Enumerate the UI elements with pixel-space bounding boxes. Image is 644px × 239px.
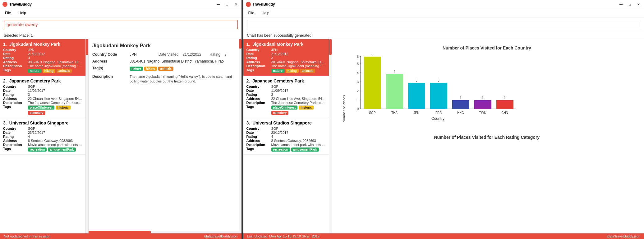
right-tags-2: placeOfInterest historic cemetery	[271, 105, 326, 115]
left-menu-help[interactable]: Help	[17, 10, 27, 16]
right-label-desc-2: Description	[246, 101, 271, 105]
svg-text:6: 6	[357, 55, 359, 59]
right-label-rating-1: Rating	[246, 56, 271, 60]
left-value-address-3: 8 Sentosa Gateway, 0982693	[28, 139, 82, 143]
right-window: TravelBuddy — □ ✕ File Help Chart has be…	[243, 0, 644, 239]
left-place-number-3: 3.	[3, 120, 7, 125]
right-tag-hiking-1: hiking	[286, 69, 298, 73]
left-tag-recreation-3: recreation	[28, 148, 47, 152]
bar-sgp	[364, 57, 381, 109]
right-label-rating-3: Rating	[246, 135, 271, 138]
right-value-desc-3: Movie amusement park with sets & ri...	[271, 143, 326, 147]
left-detail-desc-label: Description	[92, 74, 130, 79]
right-window-controls: — □ ✕	[618, 2, 642, 7]
left-place-item-3[interactable]: 3. Universal Studios Singapore CountrySG…	[0, 118, 85, 155]
right-search-input[interactable]	[247, 20, 641, 29]
left-tag-cemetery-2: cemetery	[28, 111, 45, 115]
bar-fra	[430, 83, 447, 109]
svg-text:4: 4	[357, 71, 359, 75]
left-tags-1: nature hiking animals	[28, 69, 82, 73]
left-detail-panel: Jigokudani Monkey Park Country Code JPN …	[89, 39, 242, 233]
right-place-item-2[interactable]: 2. Japanese Cemetery Park CountrySGP Dat…	[243, 76, 329, 118]
left-list-scrollbar[interactable]	[86, 39, 88, 233]
left-place-item-2[interactable]: 2. Japanese Cemetery Park CountrySGP Dat…	[0, 76, 85, 118]
left-value-address-1: 381-0401 Nagano, Shimotakai District,...	[28, 60, 82, 64]
left-search-input[interactable]	[4, 20, 238, 29]
right-label-rating-2: Rating	[246, 93, 271, 96]
left-label-date-3: Date	[3, 131, 28, 134]
left-label-country-1: Country	[3, 48, 28, 52]
left-label-address-1: Address	[3, 60, 28, 64]
left-place-item-1[interactable]: 1. Jigokudani Monkey Park CountryJPN Dat…	[0, 39, 85, 76]
svg-text:3: 3	[357, 80, 359, 84]
svg-text:JPN: JPN	[413, 111, 419, 115]
right-place-number-1: 1.	[246, 42, 250, 47]
left-value-country-1: JPN	[28, 48, 82, 52]
right-place-item-3[interactable]: 3. Universal Studios Singapore CountrySG…	[243, 118, 329, 155]
left-place-name-1: Jigokudani Monkey Park	[9, 42, 60, 47]
left-places-list: 1. Jigokudani Monkey Park CountryJPN Dat…	[0, 39, 86, 233]
left-label-date-2: Date	[3, 89, 28, 92]
right-place-name-2: Japanese Cemetery Park	[252, 78, 304, 83]
right-tag-historic-2: historic	[299, 105, 314, 110]
left-close-button[interactable]: ✕	[233, 2, 239, 7]
right-value-address-1: 381-0401 Nagano, Shimotakai District,...	[271, 60, 326, 64]
left-label-tags-3: Tags	[3, 147, 28, 152]
left-minimize-button[interactable]: —	[215, 2, 222, 7]
svg-text:THA: THA	[391, 111, 398, 115]
left-detail-title: Jigokudani Monkey Park	[92, 43, 238, 49]
left-tags-3: recreation amusementPark	[28, 148, 82, 152]
right-place-item-1[interactable]: 1. Jigokudani Monkey Park CountryJPN Dat…	[243, 39, 329, 76]
svg-text:1: 1	[504, 96, 506, 100]
left-detail-address-label: Address	[92, 59, 130, 63]
svg-text:TWN: TWN	[479, 111, 486, 115]
right-maximize-button[interactable]: □	[627, 2, 633, 7]
right-tags-3: recreation amusementPark	[271, 148, 326, 152]
right-menu-help[interactable]: Help	[260, 10, 271, 16]
left-detail-vscrollbar[interactable]	[239, 39, 242, 233]
left-label-date-1: Date	[3, 52, 28, 56]
right-value-date-3: 23/12/2017	[271, 131, 326, 134]
right-label-address-2: Address	[246, 97, 271, 101]
left-label-address-3: Address	[3, 139, 28, 143]
right-minimize-button[interactable]: —	[618, 2, 624, 7]
left-detail-address: Address 381-0401 Nagano, Shimotakai Dist…	[92, 59, 238, 63]
left-tag-animals-1: animals	[57, 69, 72, 73]
svg-text:1: 1	[482, 96, 484, 100]
svg-text:5: 5	[357, 62, 359, 66]
left-maximize-button[interactable]: □	[224, 2, 230, 7]
right-label-address-1: Address	[246, 60, 271, 64]
right-label-date-1: Date	[246, 52, 271, 56]
right-value-address-2: 22 Chuan Hoe Ave, Singapore 549854	[271, 97, 326, 101]
left-tags-2: placeOfInterest historic cemetery	[28, 105, 82, 115]
left-place-number-1: 1.	[3, 42, 7, 47]
left-label-address-2: Address	[3, 97, 28, 101]
left-label-country-2: Country	[3, 85, 28, 88]
left-detail-description: Description The name Jigokudani (meaning…	[92, 74, 238, 84]
right-place-number-3: 3.	[246, 120, 250, 125]
right-place-name-1: Jigokudani Monkey Park	[252, 42, 303, 47]
right-list-scrollbar[interactable]	[329, 39, 332, 233]
right-status-bar-bottom: Last Updated: Mon Apr 15 13:19:10 SRET 2…	[243, 233, 644, 239]
left-status-bottom-file: \data\travelBuddy.json	[204, 234, 237, 238]
chart-country-title: Number of Places Visited for Each Countr…	[342, 45, 632, 50]
left-place-name-2: Japanese Cemetery Park	[9, 78, 61, 83]
left-value-rating-1: 3	[28, 56, 82, 60]
right-places-list: 1. Jigokudani Monkey Park CountryJPN Dat…	[243, 39, 329, 233]
left-label-country-3: Country	[3, 127, 28, 130]
right-value-rating-2: 3	[271, 93, 326, 96]
svg-text:1: 1	[460, 96, 462, 100]
chart-rating-container: Number of Places Visited for Each Rating…	[338, 132, 636, 145]
right-close-button[interactable]: ✕	[635, 2, 642, 7]
svg-text:6: 6	[371, 53, 373, 56]
right-value-country-2: SGP	[271, 85, 326, 88]
right-label-desc-1: Description	[246, 64, 271, 68]
left-title-bar: TravelBuddy — □ ✕	[0, 0, 242, 9]
right-menu-file[interactable]: File	[247, 10, 255, 16]
right-tag-recreation-3: recreation	[271, 148, 290, 152]
bar-jpn	[408, 83, 425, 109]
left-detail-hscrollbar[interactable]	[89, 231, 242, 233]
right-value-country-3: SGP	[271, 127, 326, 130]
left-menu-file[interactable]: File	[4, 10, 12, 16]
right-label-tags-3: Tags	[246, 147, 271, 152]
